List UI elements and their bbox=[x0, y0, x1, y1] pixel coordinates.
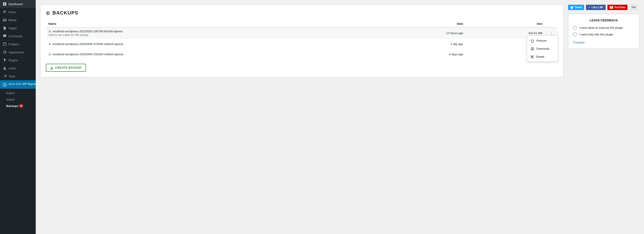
trustpilot-link[interactable]: Trustpilot bbox=[573, 41, 584, 44]
file-icon-1: 🗎 bbox=[48, 30, 51, 33]
sidebar-sub-export[interactable]: Export bbox=[0, 90, 36, 96]
download-label: Download bbox=[536, 47, 549, 50]
dropdown-restore[interactable]: Restore bbox=[527, 37, 558, 45]
dropdown-download[interactable]: Download bbox=[527, 45, 558, 53]
sidebar-item-label: Users bbox=[8, 67, 16, 70]
backup-name-cell-1: 🗎 localhost-wordpress-20210525-100758-k0… bbox=[46, 27, 374, 39]
appearance-icon bbox=[3, 50, 7, 54]
sidebar-item-label: Posts bbox=[8, 10, 16, 14]
youtube-label: YouTube bbox=[614, 6, 626, 9]
youtube-count: 599 bbox=[629, 4, 638, 10]
youtube-button[interactable]: YouTube bbox=[608, 5, 628, 10]
delete-icon bbox=[530, 55, 534, 59]
checkmark-icon: ✓ bbox=[588, 6, 590, 9]
create-backup-label: CREATE BACKUP bbox=[55, 66, 82, 69]
sidebar-item-all-in-one[interactable]: All-in-One WP Migration bbox=[0, 80, 36, 89]
svg-rect-1 bbox=[5, 2, 6, 4]
backups-title-icon bbox=[46, 10, 50, 15]
dashboard-icon bbox=[3, 2, 7, 6]
sidebar-item-comments[interactable]: Comments bbox=[0, 32, 36, 40]
pages-icon bbox=[3, 26, 7, 30]
plugins-icon bbox=[3, 58, 7, 62]
right-panel: Tweet ✓ Like 2.8K YouTube 599 LEAVE FEED… bbox=[568, 4, 640, 49]
sidebar-item-label: All-in-One WP Migration bbox=[8, 82, 40, 86]
twitter-icon bbox=[570, 6, 574, 9]
export-label: Export bbox=[6, 91, 15, 95]
posts-icon bbox=[3, 10, 7, 14]
backup-name-cell-3: 🗎 localhost-wordpress-20220405-150204-n3… bbox=[46, 49, 374, 59]
backup-filename-2: localhost-wordpress-20220406-073046-xdd4… bbox=[53, 42, 124, 46]
sidebar-item-label: Pages bbox=[8, 26, 17, 30]
col-name: Name bbox=[46, 20, 374, 27]
sidebar-item-label: Dashboard bbox=[8, 2, 23, 6]
dropdown-menu: Restore Download bbox=[527, 35, 558, 62]
file-icon-2: 🗎 bbox=[48, 42, 51, 46]
sidebar-sub-import[interactable]: Import bbox=[0, 96, 36, 103]
sidebar-item-tools[interactable]: Tools bbox=[0, 72, 36, 80]
social-bar: Tweet ✓ Like 2.8K YouTube 599 bbox=[568, 4, 640, 10]
sidebar-item-label: Comments bbox=[8, 34, 22, 38]
sidebar-item-label: Plugins bbox=[8, 59, 18, 62]
sidebar-item-label: Tools bbox=[8, 75, 15, 78]
youtube-icon bbox=[610, 6, 613, 9]
more-options-button-1[interactable]: ⋮ bbox=[548, 30, 556, 36]
feedback-radio-help[interactable] bbox=[573, 32, 577, 36]
page-title-row: BACKUPS bbox=[46, 10, 558, 16]
users-icon bbox=[3, 66, 7, 70]
col-size: Size bbox=[466, 20, 545, 27]
feedback-radio-ideas[interactable] bbox=[573, 26, 577, 30]
backup-filename-3: localhost-wordpress-20220405-150204-n30h… bbox=[53, 53, 124, 56]
backup-actions-1: ⋮ Restore bbox=[545, 27, 558, 39]
projects-icon bbox=[3, 42, 7, 46]
sidebar-item-posts[interactable]: Posts bbox=[0, 8, 36, 16]
tools-icon bbox=[3, 74, 7, 78]
backup-date-1: 12 hours ago bbox=[374, 27, 466, 39]
page-title: BACKUPS bbox=[52, 10, 78, 16]
col-date: Date bbox=[374, 20, 466, 27]
create-backup-button[interactable]: CREATE BACKUP bbox=[46, 64, 86, 72]
table-row: 🗎 localhost-wordpress-20220406-073046-xd… bbox=[46, 39, 558, 49]
feedback-label-ideas: I have ideas to improve this plugin bbox=[579, 26, 623, 29]
tweet-button[interactable]: Tweet bbox=[568, 5, 584, 10]
table-row: 🗎 localhost-wordpress-20210525-100758-k0… bbox=[46, 27, 558, 39]
sidebar-item-users[interactable]: Users bbox=[0, 64, 36, 72]
feedback-option-help: I need help with this plugin bbox=[573, 32, 635, 36]
comments-icon bbox=[3, 34, 7, 38]
download-icon bbox=[530, 47, 534, 51]
tweet-label: Tweet bbox=[574, 6, 582, 9]
main-content: BACKUPS Name Date Size 🗎 bbox=[36, 0, 644, 234]
backup-label-hint-1[interactable]: Click to set a label for this backup bbox=[48, 33, 372, 37]
sidebar-item-projects[interactable]: Projects bbox=[0, 40, 36, 48]
center-panel: BACKUPS Name Date Size 🗎 bbox=[40, 4, 564, 77]
feedback-title: LEAVE FEEDBACK bbox=[573, 18, 635, 22]
backups-label: Backups bbox=[6, 104, 18, 108]
svg-rect-0 bbox=[3, 2, 4, 4]
sidebar-item-media[interactable]: Media bbox=[0, 16, 36, 24]
sidebar-item-dashboard[interactable]: Dashboard bbox=[0, 0, 36, 8]
backup-date-2: 1 day ago bbox=[374, 39, 466, 49]
like-label: Like 2.8K bbox=[592, 6, 603, 9]
restore-label: Restore bbox=[536, 39, 547, 42]
sidebar-item-label: Projects bbox=[8, 43, 19, 46]
backup-name-cell-2: 🗎 localhost-wordpress-20220406-073046-xd… bbox=[46, 39, 374, 49]
col-actions bbox=[545, 20, 558, 27]
sidebar-sub-section: Export Import Backups 3 bbox=[0, 89, 36, 109]
import-label: Import bbox=[6, 98, 14, 101]
sidebar-item-label: Appearance bbox=[8, 51, 24, 54]
create-backup-icon bbox=[50, 66, 53, 70]
svg-point-6 bbox=[4, 67, 5, 68]
backups-table: Name Date Size 🗎 localhost-wordpress-202… bbox=[46, 20, 558, 59]
feedback-panel: LEAVE FEEDBACK I have ideas to improve t… bbox=[568, 14, 640, 49]
sidebar-item-appearance[interactable]: Appearance bbox=[0, 48, 36, 56]
feedback-option-ideas: I have ideas to improve this plugin bbox=[573, 26, 635, 30]
backups-badge: 3 bbox=[19, 104, 23, 108]
restore-icon bbox=[530, 39, 534, 43]
sidebar-item-pages[interactable]: Pages bbox=[0, 24, 36, 32]
media-icon bbox=[3, 18, 7, 22]
like-button[interactable]: ✓ Like 2.8K bbox=[586, 5, 606, 10]
sidebar-item-plugins[interactable]: Plugins bbox=[0, 56, 36, 64]
sidebar-sub-backups[interactable]: Backups 3 bbox=[0, 103, 36, 109]
sidebar: Dashboard Posts Media Pages Comments Pro… bbox=[0, 0, 36, 234]
backup-filename-1: localhost-wordpress-20210525-100758-k0u5… bbox=[53, 30, 123, 33]
dropdown-delete[interactable]: Delete bbox=[527, 53, 558, 61]
